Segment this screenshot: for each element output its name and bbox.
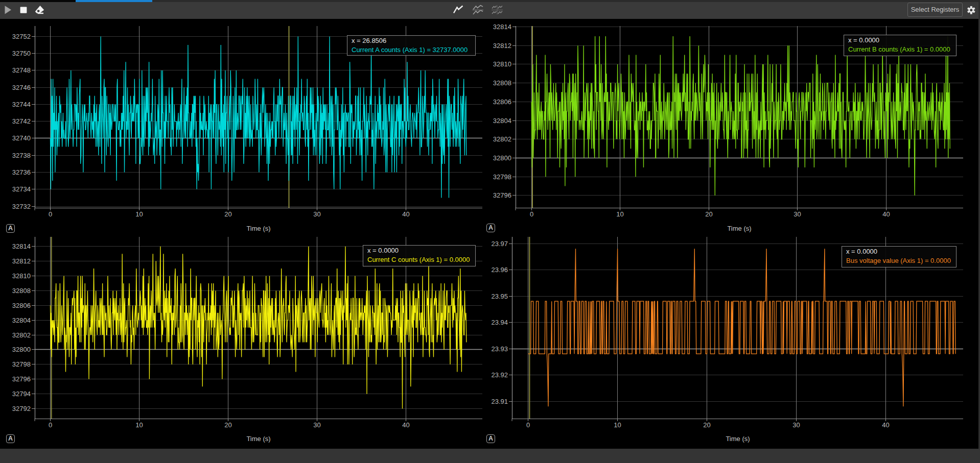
svg-text:23.91: 23.91 [491, 398, 508, 405]
svg-text:10: 10 [135, 421, 143, 429]
svg-text:32734: 32734 [12, 185, 31, 193]
svg-text:0: 0 [49, 421, 52, 429]
svg-text:32806: 32806 [493, 98, 511, 106]
svg-text:32794: 32794 [12, 390, 31, 398]
svg-text:32802: 32802 [493, 135, 511, 143]
svg-text:23.96: 23.96 [491, 266, 508, 274]
svg-text:32748: 32748 [12, 66, 31, 74]
svg-text:32808: 32808 [12, 287, 31, 295]
svg-text:40: 40 [882, 421, 889, 429]
svg-text:32810: 32810 [12, 272, 31, 280]
svg-text:40: 40 [882, 210, 890, 218]
svg-text:32802: 32802 [12, 331, 31, 339]
svg-text:32752: 32752 [12, 33, 31, 40]
svg-text:32800: 32800 [493, 154, 511, 162]
svg-text:32742: 32742 [12, 117, 31, 125]
svg-text:32746: 32746 [12, 84, 31, 91]
svg-text:32814: 32814 [12, 242, 31, 250]
svg-text:32740: 32740 [12, 134, 31, 142]
svg-text:32744: 32744 [12, 101, 31, 108]
svg-text:32796: 32796 [12, 375, 31, 383]
svg-text:Time (s): Time (s) [726, 435, 750, 443]
svg-text:32798: 32798 [12, 360, 31, 368]
svg-text:32814: 32814 [493, 23, 511, 31]
svg-text:Time (s): Time (s) [246, 225, 270, 232]
svg-text:32736: 32736 [12, 168, 31, 176]
svg-text:40: 40 [402, 421, 409, 429]
svg-text:32738: 32738 [12, 152, 31, 159]
svg-text:32804: 32804 [12, 316, 31, 324]
svg-text:32750: 32750 [12, 50, 31, 57]
svg-text:32806: 32806 [12, 302, 31, 309]
svg-text:10: 10 [614, 421, 621, 429]
svg-text:32800: 32800 [12, 346, 31, 353]
svg-text:0: 0 [530, 210, 533, 218]
svg-text:40: 40 [402, 210, 409, 218]
svg-text:0: 0 [526, 421, 530, 429]
svg-text:32732: 32732 [12, 203, 31, 210]
svg-text:23.97: 23.97 [491, 240, 508, 248]
svg-text:10: 10 [135, 210, 143, 218]
svg-text:20: 20 [703, 421, 710, 429]
svg-text:Time (s): Time (s) [246, 435, 270, 443]
svg-text:23.95: 23.95 [491, 293, 508, 300]
svg-text:23.92: 23.92 [491, 371, 508, 379]
svg-text:32810: 32810 [493, 60, 511, 68]
svg-text:32808: 32808 [493, 79, 511, 87]
svg-text:32812: 32812 [12, 257, 31, 265]
svg-text:30: 30 [313, 421, 320, 429]
svg-text:32792: 32792 [12, 405, 31, 412]
svg-text:30: 30 [792, 421, 800, 429]
svg-text:10: 10 [616, 210, 623, 218]
svg-text:32798: 32798 [493, 173, 511, 181]
svg-text:0: 0 [49, 210, 52, 218]
svg-text:30: 30 [794, 210, 801, 218]
svg-text:30: 30 [313, 210, 320, 218]
svg-text:32796: 32796 [493, 191, 511, 199]
svg-text:20: 20 [224, 421, 231, 429]
svg-text:32804: 32804 [493, 117, 511, 125]
svg-text:20: 20 [224, 210, 231, 218]
svg-text:23.93: 23.93 [491, 345, 508, 353]
svg-text:23.94: 23.94 [491, 319, 508, 326]
svg-text:20: 20 [705, 210, 712, 218]
svg-text:32812: 32812 [493, 42, 511, 50]
svg-text:Time (s): Time (s) [727, 225, 751, 232]
